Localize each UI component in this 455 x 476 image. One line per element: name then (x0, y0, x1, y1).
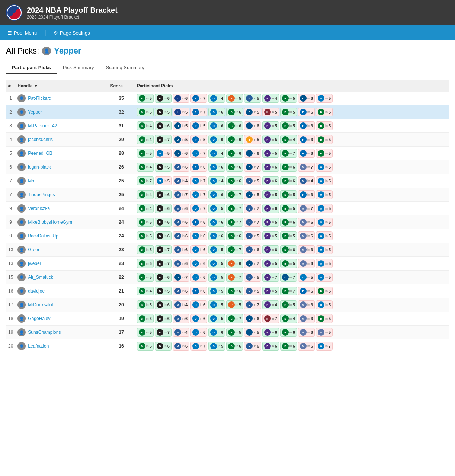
score-cell: 25 (108, 188, 134, 202)
handle-link[interactable]: GageHaley (28, 316, 50, 321)
pick-chip: Min5 (244, 287, 261, 295)
col-picks: Participant Picks (135, 80, 449, 92)
in-text: in (325, 275, 328, 279)
handle-link[interactable]: M-Parsons_42 (28, 123, 57, 128)
handle-link[interactable]: jweber (28, 261, 41, 266)
team-logo: O (192, 274, 199, 281)
rank-cell: 7 (6, 174, 15, 188)
pick-chip: Bin5 (137, 149, 154, 158)
in-text: in (289, 234, 292, 238)
in-text: in (146, 330, 149, 334)
handle-link[interactable]: jacobs0chris (28, 137, 53, 142)
game-num: 5 (150, 275, 152, 279)
handle-link[interactable]: BackDallassUp (28, 233, 58, 239)
game-num: 6 (311, 137, 313, 142)
pick-chip: Min6 (173, 231, 189, 240)
pick-chip: Bin5 (280, 108, 297, 116)
pick-chip: Min5 (155, 176, 172, 185)
handle-link[interactable]: logan-black (28, 164, 51, 170)
handle-link[interactable]: Veroniczka (28, 206, 50, 211)
pick-chip: Din7 (280, 273, 297, 282)
team-logo: M (174, 233, 181, 239)
game-num: 6 (239, 234, 241, 238)
game-num: 6 (239, 179, 241, 183)
pick-chip: Pin5 (262, 218, 279, 227)
pick-chip: Bin7 (226, 314, 243, 323)
pick-chip: Bin4 (137, 204, 154, 213)
nav-bar: ☰ Pool Menu | ⚙ Page Settings (0, 25, 455, 40)
tab-pick-summary[interactable]: Pick Summary (57, 62, 100, 74)
picks-cell-container: Bin6Bin7Min6Oin6Oin5Pin6Din7Pin5Bin5Min6… (135, 257, 449, 271)
team-logo: B (157, 164, 163, 170)
handle-link[interactable]: davidjoe (28, 288, 45, 294)
in-text: in (218, 193, 220, 197)
pick-chip: Pin6 (298, 190, 315, 199)
team-logo: B (139, 315, 145, 322)
team-logo: B (282, 288, 289, 294)
game-num: 4 (185, 303, 188, 307)
team-logo: P (264, 274, 271, 281)
game-num: 7 (311, 206, 313, 211)
pick-chip: Bin7 (226, 204, 243, 213)
handle-cell: 👤 Leafnation (15, 339, 108, 353)
pick-chip: Oin6 (208, 121, 225, 130)
game-num: 5 (167, 110, 170, 114)
team-logo: M (246, 219, 253, 226)
pick-chip: Oin5 (316, 190, 333, 199)
pick-chip: Min7 (244, 300, 261, 309)
game-num: 6 (293, 330, 295, 335)
game-num: 6 (239, 165, 241, 169)
game-num: 4 (185, 179, 188, 183)
team-logo: O (192, 301, 199, 308)
pick-chip: Oin5 (316, 218, 333, 227)
avatar: 👤 (17, 273, 26, 281)
team-logo: O (318, 343, 324, 349)
in-text: in (325, 220, 328, 224)
in-text: in (146, 248, 149, 252)
in-text: in (182, 275, 185, 279)
score-cell: 19 (108, 312, 134, 326)
game-num: 5 (329, 137, 331, 142)
handle-link[interactable]: Peened_GB (28, 151, 52, 156)
pick-chip: Bin4 (137, 163, 154, 172)
game-num: 5 (150, 344, 152, 348)
team-logo: B (157, 219, 163, 226)
tab-scoring-summary[interactable]: Scoring Summary (100, 62, 150, 74)
page-settings-label: Page Settings (60, 30, 90, 36)
game-num: 5 (329, 151, 331, 156)
in-text: in (218, 262, 220, 265)
team-logo: H (264, 315, 271, 322)
game-num: 4 (221, 96, 223, 100)
handle-link[interactable]: MrDunksalot (28, 302, 53, 307)
in-text: in (200, 275, 202, 279)
team-logo: O (210, 233, 217, 239)
pool-menu-button[interactable]: ☰ Pool Menu (6, 30, 38, 36)
handle-link[interactable]: Mo (28, 178, 34, 183)
pick-chip: Bin6 (155, 218, 172, 227)
pick-chip: Pin7 (190, 108, 207, 116)
game-num: 5 (203, 124, 205, 128)
handle-link[interactable]: Leafnation (28, 344, 49, 349)
game-num: 6 (311, 110, 313, 114)
nba-logo (6, 4, 22, 21)
page-settings-button[interactable]: ⚙ Page Settings (52, 30, 92, 36)
avatar: 👤 (17, 301, 26, 309)
handle-link[interactable]: SunsChampions (28, 330, 61, 335)
game-num: 6 (167, 220, 170, 224)
tab-participant-picks[interactable]: Participant Picks (6, 62, 57, 74)
handle-link[interactable]: Air_Smaluck (28, 275, 53, 280)
handle-link[interactable]: Pat-Rickard (28, 96, 51, 101)
handle-link[interactable]: MikeBibbysHomeGym (28, 220, 72, 225)
team-logo: P (264, 150, 271, 157)
team-logo: M (174, 288, 181, 294)
in-text: in (235, 303, 238, 307)
picks-cell-container: Bin5Bin6Lin6Pin7Oin4Pin5Min5Pin4Bin5Din6… (135, 92, 449, 105)
handle-link[interactable]: Yepper (28, 109, 42, 115)
handle-link[interactable]: TingusPingus (28, 192, 55, 197)
user-avatar-icon: 👤 (42, 47, 51, 55)
team-logo: O (192, 329, 199, 336)
in-text: in (146, 317, 149, 320)
handle-link[interactable]: Greer (28, 247, 39, 252)
team-logo: H (264, 109, 271, 115)
picks-cell-container: Bin6Bin6Min6Oin6Oin5Bin7Din6Hin7Bin4Min6… (135, 312, 449, 326)
